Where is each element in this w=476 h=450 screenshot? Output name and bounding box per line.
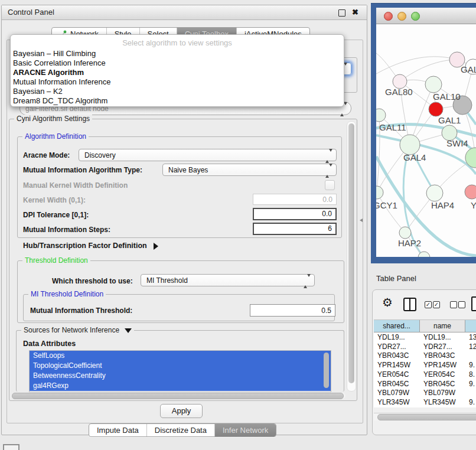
combo-arrows-icon xyxy=(325,152,332,160)
table-column-header[interactable]: name xyxy=(420,320,465,332)
document-icon[interactable] xyxy=(471,296,476,311)
close-icon[interactable]: ✖ xyxy=(352,8,358,17)
combo-arrows-icon xyxy=(304,277,311,285)
tab-infer-network[interactable]: Infer Network xyxy=(215,424,276,436)
data-attributes-list[interactable]: SelfLoopsTopologicalCoefficientBetweenne… xyxy=(29,350,331,392)
table-row[interactable]: YPR145WYPR145W9. xyxy=(374,361,476,370)
checked-checkbox-icon[interactable]: ✓ xyxy=(425,301,432,308)
settings-scrollbar-thumb[interactable] xyxy=(348,123,354,383)
network-canvas[interactable]: GALGAL80GAL10GAL1GAL11SWI4GAL4GCY1HAP4YH… xyxy=(376,24,476,257)
settings-hscrollbar-thumb[interactable] xyxy=(12,393,344,399)
network-node[interactable] xyxy=(425,76,442,93)
attribute-list-item[interactable]: BetweennessCentrality xyxy=(30,371,331,381)
table-column-header[interactable] xyxy=(465,320,476,332)
kernel-width-field[interactable]: 0.0 xyxy=(253,194,337,205)
network-node[interactable] xyxy=(426,185,443,201)
node-label: GAL4 xyxy=(403,152,426,162)
collapsed-arrow-icon xyxy=(154,243,158,250)
algorithm-option-list: Bayesian – Hill ClimbingBasic Correlatio… xyxy=(11,49,344,106)
algorithm-option[interactable]: Bayesian – Hill Climbing xyxy=(11,49,344,58)
close-traffic-light-icon[interactable] xyxy=(384,12,393,21)
hub-definition-toggle[interactable]: Hub/Transcription Factor Definition xyxy=(23,242,158,250)
unchecked-checkbox-icon[interactable] xyxy=(450,301,457,308)
settings-horizontal-scrollbar[interactable] xyxy=(11,393,345,399)
table-row[interactable]: YLR345WYLR345W9. xyxy=(374,398,476,407)
table-horizontal-scrollbar[interactable] xyxy=(374,413,476,420)
unchecked-checkbox-icon[interactable] xyxy=(458,301,465,308)
float-window-icon[interactable] xyxy=(338,9,345,17)
table-cell: 13 xyxy=(465,333,476,343)
which-threshold-label: Which threshold to use: xyxy=(52,277,133,285)
panel-divider-arrow-icon[interactable] xyxy=(360,219,363,222)
network-node[interactable] xyxy=(465,185,476,199)
table-column-header[interactable]: shared... xyxy=(374,320,420,332)
dropdown-placeholder: Select algorithm to view settings xyxy=(11,35,344,49)
table-cell: YBL079W xyxy=(374,389,420,398)
split-columns-icon[interactable] xyxy=(403,298,416,311)
threshold-definition-legend: Threshold Definition xyxy=(22,256,90,265)
node-label: HAP2 xyxy=(398,238,421,248)
which-threshold-combobox[interactable]: MI Threshold xyxy=(141,274,315,286)
table-row[interactable]: YBL079WYBL079W xyxy=(374,389,476,398)
table-hscrollbar-thumb[interactable] xyxy=(377,414,476,420)
mi-steps-field[interactable]: 6 xyxy=(253,223,337,235)
gear-icon[interactable]: ⚙ xyxy=(382,295,393,309)
table-cell: YDR27... xyxy=(374,343,420,352)
mi-threshold-legend: MI Threshold Definition xyxy=(28,290,106,298)
algorithm-option[interactable]: Dream8 DC_TDC Algorithm xyxy=(11,96,344,106)
zoom-traffic-light-icon[interactable] xyxy=(411,12,420,21)
network-node[interactable] xyxy=(429,102,443,116)
table-cell: YDR27... xyxy=(420,343,465,352)
table-cell: YBR045C xyxy=(420,380,465,389)
node-attribute-table[interactable]: shared...name YDL19...YDL19...13YDR27...… xyxy=(374,319,476,407)
data-attributes-label: Data Attributes xyxy=(23,340,76,348)
attributes-scrollbar-thumb[interactable] xyxy=(324,353,329,388)
table-row[interactable]: YBR045CYBR045C9. xyxy=(374,380,476,389)
settings-vertical-scrollbar[interactable] xyxy=(347,121,356,392)
attribute-list-item[interactable]: TopologicalCoefficient xyxy=(30,361,331,371)
network-node[interactable] xyxy=(399,227,411,239)
control-panel-window: Control Panel ✖ Network Style Select Cyn… xyxy=(1,5,367,435)
kernel-width-label: Kernel Width (0,1): xyxy=(23,196,86,204)
table-row[interactable]: YDL19...YDL19...13 xyxy=(374,333,476,343)
checked-checkbox-icon[interactable]: ✓ xyxy=(433,301,440,308)
table-row[interactable]: YDR27...YDR27...12 xyxy=(374,343,476,352)
manual-kernel-width-label: Manual Kernel Width Definition xyxy=(23,181,128,190)
node-label: GCY1 xyxy=(376,200,397,210)
algorithm-option[interactable]: Basic Correlation Inference xyxy=(11,58,344,68)
apply-button[interactable]: Apply xyxy=(160,404,203,418)
attribute-list-item[interactable]: gal4RGexp xyxy=(30,381,331,391)
mi-threshold-label: Mutual Information Threshold: xyxy=(30,306,132,315)
table-cell: 9. xyxy=(465,380,476,389)
algorithm-definition-legend: Algorithm Definition xyxy=(22,132,89,141)
mi-threshold-field[interactable]: 0.5 xyxy=(250,304,335,317)
table-panel-card: ⚙ ✓ ✓ shared...name YDL19...YDL19...13YD… xyxy=(372,289,476,435)
table-cell: YLR345W xyxy=(374,398,420,407)
algorithm-option[interactable]: ARACNE Algorithm xyxy=(11,68,344,77)
collapsed-panel-chip[interactable] xyxy=(3,444,19,450)
table-row[interactable]: YER054CYER054C8. xyxy=(374,370,476,380)
network-node[interactable] xyxy=(376,186,383,199)
attribute-list-item[interactable]: SelfLoops xyxy=(30,351,331,361)
network-edge[interactable] xyxy=(376,57,457,74)
expanded-arrow-icon xyxy=(125,328,132,333)
manual-kernel-width-checkbox[interactable] xyxy=(325,180,335,190)
algorithm-option[interactable]: Bayesian – K2 xyxy=(11,87,344,96)
mi-algorithm-type-value: Naive Bayes xyxy=(168,166,208,174)
dpi-tolerance-field[interactable]: 0.0 xyxy=(253,208,337,220)
node-label: GAL1 xyxy=(438,115,461,125)
node-label: GAL10 xyxy=(433,92,461,102)
sources-legend[interactable]: Sources for Network Inference xyxy=(21,326,134,334)
algorithm-option[interactable]: Mutual Information Inference xyxy=(11,77,344,87)
table-cell: YBR043C xyxy=(420,351,465,361)
table-cell: 8. xyxy=(465,370,476,380)
mi-algorithm-type-combobox[interactable]: Naive Bayes xyxy=(162,164,337,176)
aracne-mode-combobox[interactable]: Discovery xyxy=(79,149,337,161)
tab-discretize-data[interactable]: Discretize Data xyxy=(147,424,215,436)
table-cell: YBL079W xyxy=(420,389,465,398)
network-node[interactable] xyxy=(400,135,420,155)
tab-impute-data[interactable]: Impute Data xyxy=(89,424,147,436)
minimize-traffic-light-icon[interactable] xyxy=(397,12,406,21)
desktop: Control Panel ✖ Network Style Select Cyn… xyxy=(0,0,476,450)
table-row[interactable]: YBR043CYBR043C xyxy=(374,351,476,361)
